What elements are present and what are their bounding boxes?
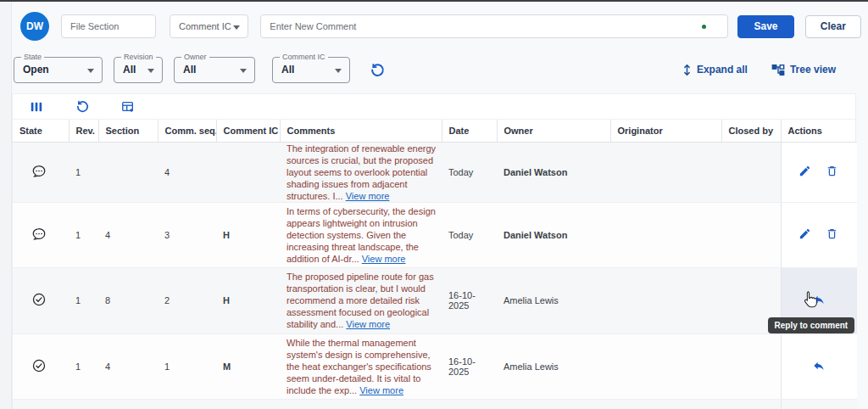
cell-owner: Amelia Lewis	[497, 267, 610, 333]
new-comment-bar: DW Comment IC Save Clear	[12, 12, 861, 41]
cell-seq: 2	[158, 267, 216, 333]
pencil-icon	[798, 227, 811, 240]
owner-filter-value: All	[183, 64, 196, 76]
cell-originator	[610, 267, 721, 333]
trash-icon	[826, 227, 838, 240]
reset-filters-button[interactable]	[367, 59, 387, 80]
revision-filter[interactable]: Revision All	[114, 57, 163, 83]
col-section[interactable]: Section	[98, 120, 158, 142]
cell-comment-ic: M	[216, 333, 280, 399]
trash-icon	[826, 165, 838, 177]
table-row[interactable]: 1 4 The integration of renewable energy …	[13, 142, 857, 202]
cell-comment-ic: H	[216, 267, 280, 333]
comment-ic-filter[interactable]: Comment IC All	[272, 57, 350, 83]
table-row[interactable]: 1 8 2 H The proposed pipeline route for …	[13, 267, 857, 333]
file-section-input[interactable]	[61, 14, 156, 38]
cell-owner: Daniel Watson	[497, 142, 610, 202]
grid-toolbar	[13, 94, 855, 120]
cell-comment-ic: H	[216, 202, 280, 267]
tree-view-button[interactable]: Tree view	[771, 64, 836, 76]
columns-button[interactable]	[28, 98, 45, 115]
cell-seq: 3	[158, 202, 216, 267]
cell-originator	[610, 142, 721, 202]
table-header-row: State Rev. Section Comm. seq. n Comment …	[13, 120, 857, 142]
col-state[interactable]: State	[13, 120, 69, 142]
col-rev[interactable]: Rev.	[69, 120, 98, 142]
col-date[interactable]: Date	[442, 120, 497, 142]
save-button[interactable]: Save	[737, 15, 793, 38]
clear-button[interactable]: Clear	[805, 15, 861, 38]
cell-originator	[610, 333, 721, 399]
reply-icon	[812, 359, 826, 373]
avatar: DW	[20, 12, 49, 41]
cell-seq: 1	[158, 333, 216, 399]
pencil-icon	[798, 165, 811, 177]
comment-ic-select-label: Comment IC	[179, 21, 231, 31]
owner-filter-label: Owner	[181, 53, 209, 61]
cell-owner: Daniel Watson	[497, 202, 610, 267]
filter-bar: State Open Revision All Owner All Commen…	[12, 53, 861, 87]
cell-seq: 4	[158, 142, 216, 202]
table-footer-stripe	[13, 399, 857, 409]
comments-table: State Rev. Section Comm. seq. n Comment …	[13, 120, 857, 409]
cell-closed-by	[721, 333, 781, 399]
col-originator[interactable]: Originator	[610, 120, 721, 142]
cell-rev: 1	[69, 333, 98, 399]
col-owner[interactable]: Owner	[497, 120, 610, 142]
comment-ic-select[interactable]: Comment IC	[170, 14, 248, 38]
tree-view-label: Tree view	[790, 64, 836, 76]
refresh-icon	[75, 99, 90, 114]
cell-section: 4	[98, 202, 158, 267]
chevron-down-icon	[240, 69, 247, 73]
col-comment-ic[interactable]: Comment IC	[216, 120, 280, 142]
reload-grid-button[interactable]	[74, 98, 91, 115]
state-filter[interactable]: State Open	[14, 57, 103, 83]
open-comment-state-icon	[31, 227, 47, 242]
columns-icon	[30, 100, 43, 114]
open-comment-state-icon	[31, 164, 47, 179]
top-divider	[0, 0, 868, 2]
tree-view-icon	[771, 64, 785, 76]
cell-section: 4	[98, 333, 158, 399]
cell-rev: 1	[69, 142, 98, 202]
cell-date: 16-10-2025	[442, 267, 497, 333]
col-comments[interactable]: Comments	[280, 120, 442, 142]
state-filter-label: State	[21, 53, 44, 61]
revision-filter-label: Revision	[121, 53, 156, 61]
delete-comment-button[interactable]	[826, 165, 841, 180]
view-more-link[interactable]: View more	[346, 319, 390, 329]
comments-table-card: State Rev. Section Comm. seq. n Comment …	[12, 93, 856, 409]
view-more-link[interactable]: View more	[346, 191, 390, 201]
refresh-icon	[370, 62, 386, 78]
new-comment-input[interactable]	[260, 14, 728, 38]
export-table-button[interactable]	[120, 98, 136, 115]
edit-comment-button[interactable]	[798, 165, 814, 180]
delete-comment-button[interactable]	[826, 227, 841, 243]
view-more-link[interactable]: View more	[362, 254, 406, 264]
expand-all-label: Expand all	[697, 64, 748, 76]
table-row[interactable]: 1 4 1 M While the thermal management sys…	[13, 333, 857, 399]
chevron-down-icon	[233, 25, 240, 30]
comment-ic-filter-label: Comment IC	[280, 53, 328, 61]
state-filter-value: Open	[23, 64, 49, 76]
table-export-icon	[121, 100, 135, 114]
cell-date: Today	[442, 202, 497, 267]
col-seq[interactable]: Comm. seq. n	[158, 120, 216, 142]
col-closed-by[interactable]: Closed by	[721, 120, 781, 142]
cell-closed-by	[721, 142, 781, 202]
reply-tooltip: Reply to comment	[768, 317, 855, 333]
comments-page: DW Comment IC Save Clear State Open Revi…	[0, 0, 868, 409]
comment-ic-filter-value: All	[281, 64, 294, 76]
revision-filter-value: All	[123, 64, 136, 76]
chevron-down-icon	[147, 69, 154, 73]
reply-to-comment-button[interactable]	[812, 359, 827, 374]
closed-comment-state-icon	[31, 292, 47, 307]
new-comment-wrap	[260, 14, 728, 38]
table-row[interactable]: 1 4 3 H In terms of cybersecurity, the d…	[13, 202, 857, 267]
cell-section: 8	[98, 267, 158, 333]
owner-filter[interactable]: Owner All	[174, 57, 255, 83]
edit-comment-button[interactable]	[798, 227, 814, 243]
cell-closed-by	[721, 202, 781, 267]
expand-all-button[interactable]: Expand all	[682, 64, 748, 76]
view-more-link[interactable]: View more	[359, 385, 403, 395]
